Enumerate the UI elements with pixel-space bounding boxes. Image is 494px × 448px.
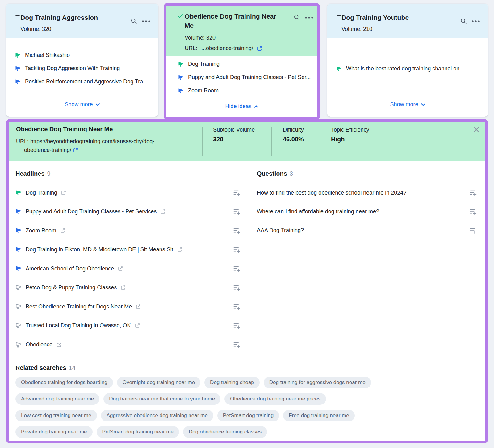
related-search-pill[interactable]: Obedience training for dogs boarding <box>15 377 113 388</box>
headline-text: Dog Training in Elkton, MD & Middletown … <box>26 246 173 253</box>
question-text: Where can I find affordable dog training… <box>257 208 379 215</box>
external-link-icon[interactable] <box>57 342 61 347</box>
idea-text: Dog Training <box>188 61 220 67</box>
add-to-list-icon[interactable] <box>233 341 240 348</box>
related-search-pill[interactable]: PetSmart dog training <box>217 410 279 421</box>
external-link-icon[interactable] <box>121 285 126 290</box>
megaphone-icon <box>15 65 21 72</box>
megaphone-icon <box>15 322 22 329</box>
megaphone-icon <box>15 246 22 253</box>
external-link-icon[interactable] <box>118 266 123 271</box>
card-title: Dog Training Aggression <box>20 13 98 22</box>
megaphone-icon <box>15 52 21 58</box>
card-title: Obedience Dog Training Near Me <box>185 12 287 30</box>
detail-url: URL: https://beyondthedogtraining.com/ka… <box>16 137 178 154</box>
show-more-link[interactable]: Show more <box>327 101 488 108</box>
headline-text: Obedience <box>26 341 52 348</box>
card-header-selected: Obedience Dog Training Near Me Volume:32… <box>166 6 317 56</box>
add-to-list-icon[interactable] <box>233 227 240 234</box>
url-value: ...obedience-training/ <box>201 45 253 52</box>
external-link-icon[interactable] <box>257 46 262 51</box>
external-link-icon[interactable] <box>61 190 66 195</box>
add-to-list-icon[interactable] <box>233 189 240 196</box>
headline-row: Trusted Local Dog Training in Owasso, OK <box>15 316 240 335</box>
add-to-list-icon[interactable] <box>233 322 240 329</box>
hide-ideas-link[interactable]: Hide ideas <box>166 103 317 110</box>
collapse-dash-icon[interactable] <box>337 15 341 16</box>
related-search-pill[interactable]: Advanced dog training near me <box>15 393 99 405</box>
idea-row: Puppy and Adult Dog Training Classes - P… <box>178 74 311 81</box>
related-pills-row: Private dog training near me PetSmart do… <box>15 426 267 438</box>
show-more-link[interactable]: Show more <box>6 101 158 108</box>
add-to-list-icon[interactable] <box>470 208 477 215</box>
search-icon[interactable] <box>294 14 300 21</box>
related-search-pill[interactable]: Dog training cheap <box>204 377 260 388</box>
subtopic-detail-panel: Obedience Dog Training Near Me URL: http… <box>6 119 488 443</box>
external-link-icon[interactable] <box>135 323 140 328</box>
megaphone-icon <box>15 190 22 196</box>
related-searches-title: Related searches14 <box>15 364 76 371</box>
volume-label: Volume: <box>185 35 205 41</box>
related-search-pill[interactable]: PetSmart dog training near me <box>97 426 179 438</box>
headline-row: Obedience <box>15 335 240 354</box>
related-search-pill[interactable]: Overnight dog training near me <box>117 377 200 388</box>
idea-text: Tackling Dog Aggression With Training <box>25 65 120 72</box>
collapse-dash-icon[interactable] <box>15 15 20 16</box>
search-icon[interactable] <box>460 18 467 24</box>
card-volume: Volume:210 <box>341 26 374 32</box>
related-search-pill[interactable]: Private dog training near me <box>15 426 93 438</box>
search-icon[interactable] <box>131 18 137 24</box>
volume-label: Volume: <box>341 26 362 32</box>
url-label: URL: <box>16 138 29 144</box>
question-row: AAA Dog Training? <box>257 221 477 240</box>
headline-row: Zoom Room <box>15 221 240 240</box>
card-header-actions <box>294 14 313 21</box>
headline-text: Dog Training <box>26 190 57 196</box>
external-link-icon[interactable] <box>161 209 165 214</box>
add-to-list-icon[interactable] <box>233 208 240 215</box>
related-pills-row: Obedience training for dogs boarding Ove… <box>15 377 371 388</box>
add-to-list-icon[interactable] <box>233 265 240 272</box>
topic-research-page: Dog Training Aggression Volume:320 Micha… <box>0 0 494 448</box>
headline-text: Petco Dog & Puppy Training Classes <box>26 284 117 291</box>
megaphone-icon <box>15 79 21 85</box>
add-to-list-icon[interactable] <box>233 246 240 253</box>
question-row: How to find the best dog obedience schoo… <box>257 183 477 202</box>
stat-value: High <box>331 136 345 143</box>
stat-label: Subtopic Volume <box>213 127 255 133</box>
idea-row: Positive Reinforcement and Aggressive Do… <box>15 78 148 85</box>
headline-row: Dog Training <box>15 183 240 202</box>
megaphone-icon <box>178 88 184 94</box>
related-search-pill[interactable]: Dog training for aggressive dogs near me <box>264 377 371 388</box>
url-label: URL: <box>185 45 197 52</box>
idea-text: Zoom Room <box>188 87 219 94</box>
add-to-list-icon[interactable] <box>470 189 477 196</box>
megaphone-icon <box>15 228 22 234</box>
add-to-list-icon[interactable] <box>233 303 240 310</box>
volume-value: 210 <box>363 26 372 32</box>
external-link-icon[interactable] <box>177 247 182 252</box>
card-volume: Volume:320 <box>20 26 53 32</box>
more-options-icon[interactable] <box>305 17 313 19</box>
related-search-pill[interactable]: Dog obedience training classes <box>183 426 267 438</box>
related-search-pill[interactable]: Low cost dog training near me <box>15 410 97 421</box>
stat-divider <box>271 127 272 156</box>
external-link-icon[interactable] <box>73 148 78 153</box>
external-link-icon[interactable] <box>60 228 65 233</box>
related-search-pill[interactable]: Aggressive obedience dog training near m… <box>101 410 213 421</box>
add-to-list-icon[interactable] <box>233 284 240 291</box>
more-options-icon[interactable] <box>142 20 150 22</box>
megaphone-icon <box>15 304 22 310</box>
external-link-icon[interactable] <box>136 304 141 309</box>
idea-row: Zoom Room <box>178 87 219 94</box>
volume-value: 320 <box>42 26 51 32</box>
questions-section-title: Questions3 <box>257 170 293 177</box>
related-search-pill[interactable]: Dog trainers near me that come to your h… <box>103 393 220 405</box>
close-icon[interactable] <box>474 127 479 133</box>
related-search-pill[interactable]: Free dog training near me <box>283 410 355 421</box>
megaphone-icon <box>15 342 22 348</box>
add-to-list-icon[interactable] <box>470 227 477 234</box>
related-search-pill[interactable]: Obedience dog training near me prices <box>224 393 326 405</box>
url-value: https://beyondthedogtraining.com/kansas-… <box>24 138 154 153</box>
more-options-icon[interactable] <box>472 20 480 22</box>
